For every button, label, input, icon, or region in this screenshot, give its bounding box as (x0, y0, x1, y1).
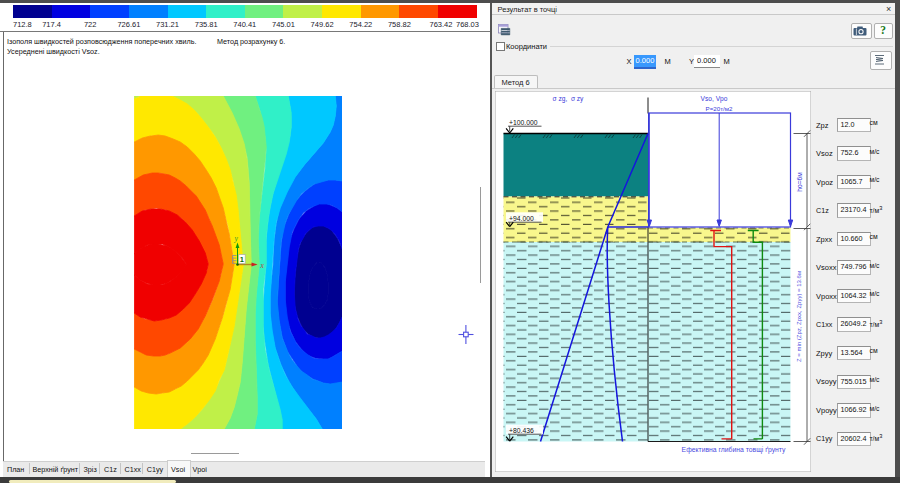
svg-text:P=20т/м2: P=20т/м2 (705, 105, 732, 112)
svg-text:y: y (234, 234, 239, 243)
svg-text:+94.000: +94.000 (509, 215, 534, 222)
svg-text:Ефективна глибина товщі ґрунту: Ефективна глибина товщі ґрунту (681, 446, 785, 454)
svg-text:ho=6м: ho=6м (795, 172, 802, 192)
svg-text:x: x (260, 261, 265, 270)
svg-text:+100.000: +100.000 (509, 119, 538, 126)
svg-text:σ zg, σ zy: σ zg, σ zy (552, 95, 584, 103)
svg-text:1: 1 (240, 255, 244, 264)
svg-text:Vso, Vpo: Vso, Vpo (700, 95, 727, 103)
svg-text:+80.436: +80.436 (509, 427, 534, 434)
svg-text:Z = min (Zpz, Zpxx, Zpyy) = 13: Z = min (Zpz, Zpxx, Zpyy) = 13.6м (795, 271, 801, 362)
